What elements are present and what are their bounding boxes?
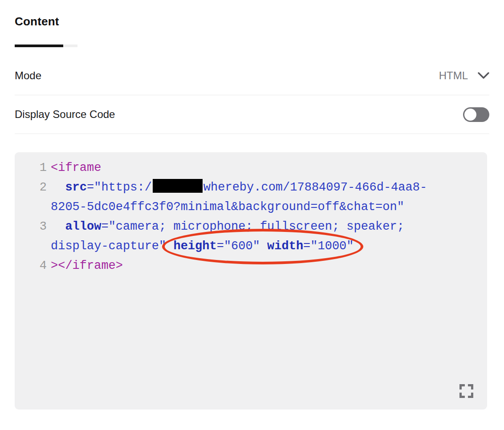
active-tab-indicator-bar [15,45,63,47]
code-row-wrap: display-capture" height="600" width="100… [15,236,487,256]
code-token-equals: = [217,239,224,253]
code-editor[interactable]: 1 <iframe 2 src="https:/whereby.com/1788… [15,152,487,410]
code-token-space [260,239,267,253]
mode-label: Mode [15,69,41,82]
code-token-string: "https:/ [94,181,152,194]
code-token-string: "camera; microphone; fullscreen; speaker… [109,220,404,233]
tab-bar: Content [15,15,489,47]
mode-dropdown[interactable]: HTML [439,69,489,82]
line-number: 1 [15,158,47,178]
settings-rows: Mode HTML Display Source Code [15,57,489,134]
code-token-attr-height: height [173,239,216,253]
tab-content[interactable]: Content [15,15,59,28]
code-token-equals: = [101,220,108,233]
code-token-equals: = [87,181,94,194]
content-settings-panel: Content Mode HTML Display Source Code [0,0,504,430]
line-number: 4 [15,256,47,276]
code-token-string: whereby.com/17884097-466d-4aa8- [203,181,427,194]
code-token-string: display-capture" [51,239,173,253]
display-source-code-toggle[interactable] [463,107,489,122]
code-token-tag: <iframe [51,161,101,174]
mode-row: Mode HTML [15,57,489,95]
toggle-knob [464,109,476,121]
code-row-wrap: 8205-5dc0e4ffc3f0?minimal&background=off… [15,197,487,217]
code-token-attr: allow [51,220,101,233]
tab-indicator-track [63,45,77,47]
code-row: 3 allow="camera; microphone; fullscreen;… [15,217,487,236]
mode-selected-value: HTML [439,69,468,82]
display-source-code-label: Display Source Code [15,108,115,121]
line-number: 3 [15,217,47,236]
code-token-string: "1000" [310,239,354,253]
code-token-string: 8205-5dc0e4ffc3f0?minimal&background=off… [51,200,404,214]
code-token-string: "600" [224,239,260,253]
display-source-code-row: Display Source Code [15,95,489,134]
code-token-equals: = [303,239,310,253]
code-token-tag: ></iframe> [51,259,123,272]
code-token-attr-width: width [267,239,303,253]
chevron-down-icon [478,72,489,79]
redacted-text-block [153,179,203,193]
active-tab-indicator [15,45,77,47]
code-row: 4 ></iframe> [15,256,487,276]
code-lines: 1 <iframe 2 src="https:/whereby.com/1788… [15,152,487,276]
code-row: 1 <iframe [15,158,487,178]
code-row: 2 src="https:/whereby.com/17884097-466d-… [15,178,487,197]
code-token-attr: src [51,181,87,194]
fullscreen-icon[interactable] [459,384,473,398]
line-number: 2 [15,178,47,197]
